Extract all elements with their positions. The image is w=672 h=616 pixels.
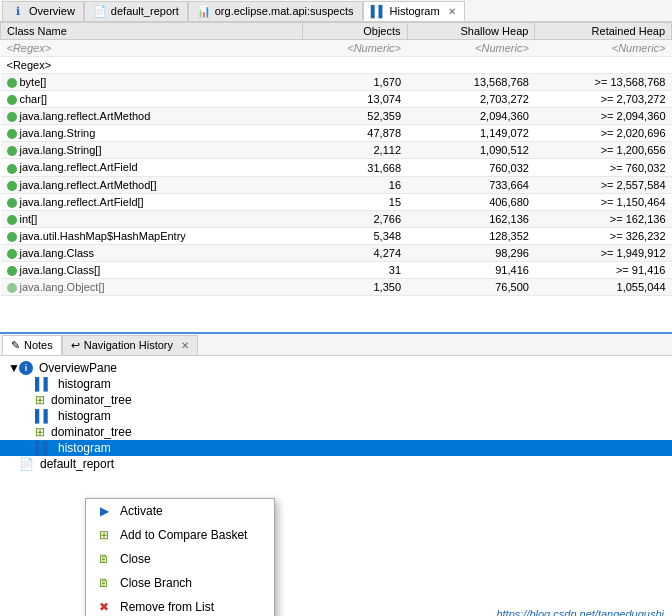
- col-objects[interactable]: Objects: [303, 23, 407, 40]
- top-tab-bar: ℹ Overview 📄 default_report 📊 org.eclips…: [0, 0, 672, 22]
- col-classname[interactable]: Class Name: [1, 23, 303, 40]
- tree-item[interactable]: 📄 default_report: [0, 456, 672, 472]
- close-branch-icon: 🗎: [96, 575, 112, 591]
- filter-objects[interactable]: <Numeric>: [303, 40, 407, 57]
- nav-history-icon: ↩: [71, 339, 80, 352]
- close-icon: 🗎: [96, 551, 112, 567]
- tree-item[interactable]: ⊞ dominator_tree: [0, 392, 672, 408]
- table-row[interactable]: java.util.HashMap$HashMapEntry5,348128,3…: [1, 227, 672, 244]
- retained-heap-cell: >= 2,703,272: [535, 91, 672, 108]
- table-row[interactable]: java.lang.Class4,27498,296>= 1,949,912: [1, 244, 672, 261]
- watermark: https://blog.csdn.net/tangedugushi: [496, 608, 664, 616]
- class-name-cell: <Regex>: [1, 57, 303, 74]
- menu-close-branch[interactable]: 🗎 Close Branch: [86, 571, 274, 595]
- tab-nav-history[interactable]: ↩ Navigation History ✕: [62, 335, 198, 355]
- filter-retained[interactable]: <Numeric>: [535, 40, 672, 57]
- class-name-cell: char[]: [1, 91, 303, 108]
- table-row[interactable]: java.lang.reflect.ArtMethod52,3592,094,3…: [1, 108, 672, 125]
- tree-item[interactable]: ▌▌ histogram: [0, 440, 672, 456]
- tree-item[interactable]: ▌▌ histogram: [0, 408, 672, 424]
- class-dot: [7, 232, 17, 242]
- menu-add-compare-label: Add to Compare Basket: [120, 528, 247, 542]
- class-name-cell: java.lang.Object[]: [1, 279, 303, 296]
- class-name-cell: java.lang.reflect.ArtField: [1, 159, 303, 176]
- tab-overview[interactable]: ℹ Overview: [2, 1, 84, 21]
- table-row[interactable]: java.lang.String[]2,1121,090,512>= 1,200…: [1, 142, 672, 159]
- remove-icon: ✖: [96, 599, 112, 615]
- table-row[interactable]: int[]2,766162,136>= 162,136: [1, 210, 672, 227]
- class-name-cell: java.lang.Class: [1, 244, 303, 261]
- filter-shallow[interactable]: <Numeric>: [407, 40, 535, 57]
- table-row[interactable]: java.lang.reflect.ArtField31,668760,032>…: [1, 159, 672, 176]
- objects-cell: 1,350: [303, 279, 407, 296]
- tab-nav-label: Navigation History: [84, 339, 173, 351]
- retained-heap-cell: >= 162,136: [535, 210, 672, 227]
- tab-notes[interactable]: ✎ Notes: [2, 335, 62, 355]
- retained-heap-cell: >= 760,032: [535, 159, 672, 176]
- objects-cell: [303, 57, 407, 74]
- report-icon: 📄: [19, 457, 34, 471]
- menu-close-label: Close: [120, 552, 151, 566]
- add-compare-icon: ⊞: [96, 527, 112, 543]
- tab-default-report[interactable]: 📄 default_report: [84, 1, 188, 21]
- objects-cell: 52,359: [303, 108, 407, 125]
- objects-cell: 4,274: [303, 244, 407, 261]
- menu-close[interactable]: 🗎 Close: [86, 547, 274, 571]
- col-retained[interactable]: Retained Heap: [535, 23, 672, 40]
- tab-histogram-label: Histogram: [390, 5, 440, 17]
- objects-cell: 31,668: [303, 159, 407, 176]
- tab-histogram[interactable]: ▌▌ Histogram ✕: [363, 1, 465, 21]
- shallow-heap-cell: 406,680: [407, 193, 535, 210]
- shallow-heap-cell: 1,090,512: [407, 142, 535, 159]
- tree-item[interactable]: ⊞ dominator_tree: [0, 424, 672, 440]
- shallow-heap-cell: 13,568,768: [407, 74, 535, 91]
- table-row[interactable]: java.lang.reflect.ArtField[]15406,680>= …: [1, 193, 672, 210]
- grid-icon: ⊞: [35, 425, 45, 439]
- close-nav-icon[interactable]: ✕: [181, 340, 189, 351]
- objects-cell: 15: [303, 193, 407, 210]
- retained-heap-cell: >= 1,949,912: [535, 244, 672, 261]
- bar-icon: ▌▌: [35, 377, 52, 391]
- class-name-cell: java.lang.String[]: [1, 142, 303, 159]
- histogram-tab-icon: ▌▌: [372, 4, 386, 18]
- menu-add-compare[interactable]: ⊞ Add to Compare Basket: [86, 523, 274, 547]
- filter-classname[interactable]: <Regex>: [1, 40, 303, 57]
- retained-heap-cell: >= 2,020,696: [535, 125, 672, 142]
- table-row[interactable]: java.lang.Class[]3191,416>= 91,416: [1, 262, 672, 279]
- tab-suspects[interactable]: 📊 org.eclipse.mat.api:suspects: [188, 1, 363, 21]
- class-name-cell: java.util.HashMap$HashMapEntry: [1, 227, 303, 244]
- class-name-cell: java.lang.reflect.ArtField[]: [1, 193, 303, 210]
- tab-overview-label: Overview: [29, 5, 75, 17]
- table-row[interactable]: byte[]1,67013,568,768>= 13,568,768: [1, 74, 672, 91]
- bar-icon: ▌▌: [35, 441, 52, 455]
- menu-remove-label: Remove from List: [120, 600, 214, 614]
- class-name-cell: java.lang.String: [1, 125, 303, 142]
- tree-item-label: histogram: [58, 441, 111, 455]
- shallow-heap-cell: 1,149,072: [407, 125, 535, 142]
- table-row[interactable]: java.lang.reflect.ArtMethod[]16733,664>=…: [1, 176, 672, 193]
- tree-root[interactable]: ▼ i OverviewPane: [0, 360, 672, 376]
- tree-item[interactable]: ▌▌ histogram: [0, 376, 672, 392]
- col-shallow[interactable]: Shallow Heap: [407, 23, 535, 40]
- objects-cell: 16: [303, 176, 407, 193]
- shallow-heap-cell: 128,352: [407, 227, 535, 244]
- menu-activate[interactable]: ▶ Activate: [86, 499, 274, 523]
- bar-icon: ▌▌: [35, 409, 52, 423]
- class-dot: [7, 129, 17, 139]
- class-dot: [7, 181, 17, 191]
- menu-remove[interactable]: ✖ Remove from List: [86, 595, 274, 616]
- info-icon: i: [19, 361, 33, 375]
- objects-cell: 2,766: [303, 210, 407, 227]
- shallow-heap-cell: 76,500: [407, 279, 535, 296]
- table-row[interactable]: <Regex>: [1, 57, 672, 74]
- table-row[interactable]: java.lang.Object[]1,35076,5001,055,044: [1, 279, 672, 296]
- class-name-cell: int[]: [1, 210, 303, 227]
- table-row[interactable]: char[]13,0742,703,272>= 2,703,272: [1, 91, 672, 108]
- navigation-tree: ▼ i OverviewPane ▌▌ histogram ⊞ dominato…: [0, 356, 672, 616]
- shallow-heap-cell: 98,296: [407, 244, 535, 261]
- table-row[interactable]: java.lang.String47,8781,149,072>= 2,020,…: [1, 125, 672, 142]
- close-tab-icon[interactable]: ✕: [448, 6, 456, 17]
- objects-cell: 1,670: [303, 74, 407, 91]
- retained-heap-cell: 1,055,044: [535, 279, 672, 296]
- class-name-cell: java.lang.reflect.ArtMethod[]: [1, 176, 303, 193]
